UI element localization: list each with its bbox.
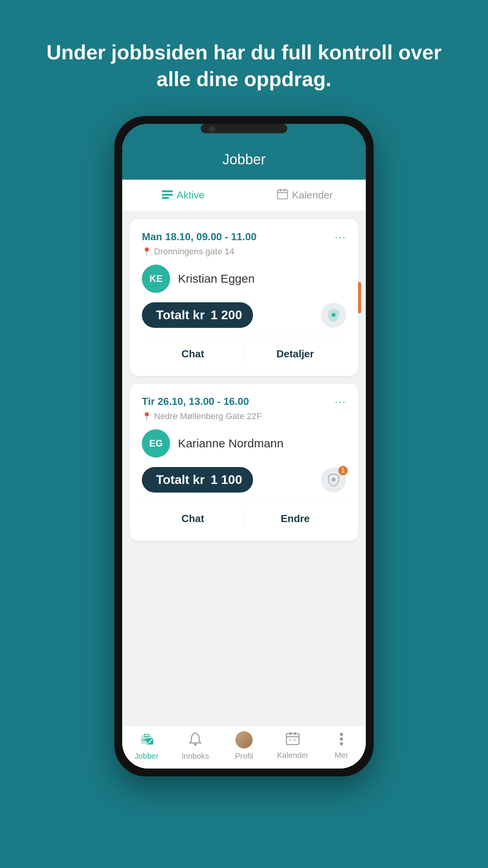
job1-chat-button[interactable]: Chat: [142, 344, 244, 364]
svg-rect-4: [280, 189, 281, 191]
calendar-nav-icon: [286, 731, 300, 748]
scroll-indicator: [358, 282, 361, 313]
job2-person-row: EG Karianne Nordmann: [142, 429, 346, 458]
job2-header: Tir 26.10, 13.00 - 16.00 ···: [142, 395, 346, 408]
job2-chat-button[interactable]: Chat: [142, 509, 244, 529]
nav-item-profil[interactable]: Profil: [220, 731, 268, 761]
nav-item-mer[interactable]: Mer: [317, 731, 366, 761]
nav-item-kalender[interactable]: Kalender: [268, 731, 317, 761]
job1-header: Man 18.10, 09.00 - 11.00 ···: [142, 231, 346, 243]
job1-person-row: KE Kristian Eggen: [142, 265, 346, 293]
svg-rect-17: [286, 734, 299, 745]
job1-shield-badge: [321, 303, 346, 328]
svg-point-8: [332, 478, 336, 482]
job1-more-button[interactable]: ···: [335, 231, 346, 243]
svg-rect-1: [162, 194, 173, 196]
job-card-1: Man 18.10, 09.00 - 11.00 ··· 📍 Dronninge…: [130, 219, 358, 376]
job2-person-name: Karianne Nordmann: [178, 437, 284, 450]
job1-avatar: KE: [142, 265, 170, 293]
phone-frame: Jobber Aktive: [114, 116, 374, 776]
job1-date: Man 18.10, 09.00 - 11.00: [142, 231, 257, 243]
svg-point-16: [194, 743, 196, 746]
job1-actions: Chat Detaljer: [142, 336, 346, 364]
svg-point-24: [340, 737, 343, 741]
svg-point-7: [332, 313, 336, 317]
job2-notification-count: 1: [338, 466, 348, 475]
job1-price-badge: Totalt kr 1 200: [142, 302, 253, 328]
tab-bar: Aktive Kalender: [122, 180, 366, 211]
svg-rect-18: [290, 732, 291, 735]
tab-aktive-label: Aktive: [177, 189, 205, 201]
svg-rect-19: [294, 732, 296, 735]
content-area: Man 18.10, 09.00 - 11.00 ··· 📍 Dronninge…: [122, 211, 366, 725]
svg-point-23: [340, 733, 343, 736]
job2-avatar: EG: [142, 429, 170, 458]
nav-item-innboks[interactable]: Innboks: [171, 731, 220, 761]
location-pin-icon: 📍: [142, 247, 152, 256]
nav-label-profil: Profil: [235, 752, 253, 761]
bell-icon: [188, 731, 202, 748]
job2-card-bottom: Totalt kr 1 100 1: [142, 467, 346, 493]
job2-price-badge: Totalt kr 1 100: [142, 467, 253, 493]
svg-rect-21: [289, 739, 291, 741]
svg-rect-0: [162, 190, 173, 192]
job1-details-button[interactable]: Detaljer: [244, 344, 347, 364]
job2-location: 📍 Nedre Møllenberg Gate 22F: [142, 411, 346, 421]
job-card-2: Tir 26.10, 13.00 - 16.00 ··· 📍 Nedre Møl…: [130, 384, 358, 541]
tab-kalender-label: Kalender: [292, 189, 333, 201]
location-pin-icon-2: 📍: [142, 412, 152, 421]
headline: Under jobbsiden har du full kontroll ove…: [0, 0, 488, 116]
svg-rect-3: [277, 190, 288, 199]
job1-location: 📍 Dronningens gate 14: [142, 246, 346, 257]
list-icon: [162, 189, 173, 202]
job1-person-name: Kristian Eggen: [178, 272, 255, 285]
app-title: Jobber: [122, 151, 366, 168]
phone-screen: Jobber Aktive: [122, 124, 366, 769]
tab-kalender[interactable]: Kalender: [244, 180, 366, 211]
job2-more-button[interactable]: ···: [335, 395, 346, 408]
tab-aktive[interactable]: Aktive: [122, 180, 244, 211]
nav-item-jobber[interactable]: Jobber: [122, 731, 171, 761]
svg-rect-2: [162, 197, 169, 199]
svg-rect-5: [284, 189, 285, 191]
job2-actions: Chat Endre: [142, 500, 346, 529]
briefcase-icon: [139, 731, 154, 748]
job2-change-button[interactable]: Endre: [244, 509, 347, 529]
job2-shield-badge: 1: [321, 467, 346, 493]
calendar-icon: [277, 188, 288, 202]
job1-card-bottom: Totalt kr 1 200: [142, 302, 346, 328]
nav-label-jobber: Jobber: [134, 752, 158, 761]
profile-avatar-image: [235, 731, 253, 748]
bottom-nav: Jobber Innboks: [122, 725, 366, 769]
background-page: Under jobbsiden har du full kontroll ove…: [0, 0, 488, 868]
nav-label-mer: Mer: [335, 751, 348, 760]
svg-point-25: [340, 742, 343, 745]
job2-date: Tir 26.10, 13.00 - 16.00: [142, 395, 249, 408]
nav-label-innboks: Innboks: [182, 752, 209, 761]
nav-label-kalender: Kalender: [277, 751, 308, 760]
profile-avatar-icon: [235, 731, 253, 748]
more-icon: [336, 731, 347, 748]
svg-rect-22: [294, 739, 296, 741]
